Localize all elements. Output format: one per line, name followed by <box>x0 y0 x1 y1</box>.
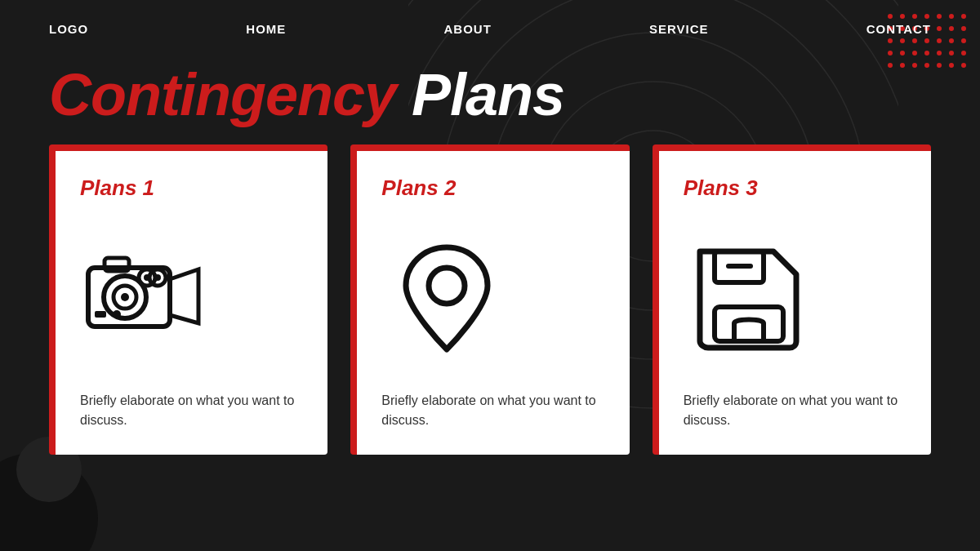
save-icon <box>684 235 814 358</box>
svg-point-47 <box>121 293 129 301</box>
location-icon <box>381 235 512 358</box>
nav-about[interactable]: ABOUT <box>444 22 492 36</box>
nav-home[interactable]: HOME <box>246 22 286 36</box>
nav-contact[interactable]: CONTACT <box>866 22 931 36</box>
cards-container: Plans 1 <box>0 144 980 455</box>
title-part1: Contingency <box>49 62 396 127</box>
card-plans-3: Plans 3 Briefly elaborate on what you wa… <box>653 144 931 455</box>
card-3-title: Plans 3 <box>684 176 906 201</box>
svg-rect-57 <box>715 307 783 341</box>
page-title-section: Contingency Plans <box>0 57 980 140</box>
svg-point-52 <box>154 274 161 281</box>
svg-point-54 <box>113 310 121 318</box>
card-2-icon-area <box>381 217 604 375</box>
svg-rect-48 <box>105 258 129 271</box>
card-1-description: Briefly elaborate on what you want to di… <box>80 391 303 430</box>
card-3-icon-area <box>684 217 906 375</box>
card-plans-1: Plans 1 <box>49 144 327 455</box>
nav-logo[interactable]: LOGO <box>49 22 88 36</box>
card-2-description: Briefly elaborate on what you want to di… <box>381 391 604 430</box>
nav-service[interactable]: SERVICE <box>649 22 709 36</box>
card-plans-2: Plans 2 Briefly elaborate on what you wa… <box>350 144 629 455</box>
card-2-title: Plans 2 <box>381 176 604 201</box>
card-3-description: Briefly elaborate on what you want to di… <box>684 391 906 430</box>
camera-icon <box>80 235 211 358</box>
navbar: LOGO HOME ABOUT SERVICE CONTACT <box>0 0 980 57</box>
svg-rect-53 <box>95 311 106 318</box>
card-1-title: Plans 1 <box>80 176 303 201</box>
svg-point-55 <box>429 268 465 304</box>
title-part2: Plans <box>412 62 564 127</box>
card-1-icon-area <box>80 217 303 375</box>
